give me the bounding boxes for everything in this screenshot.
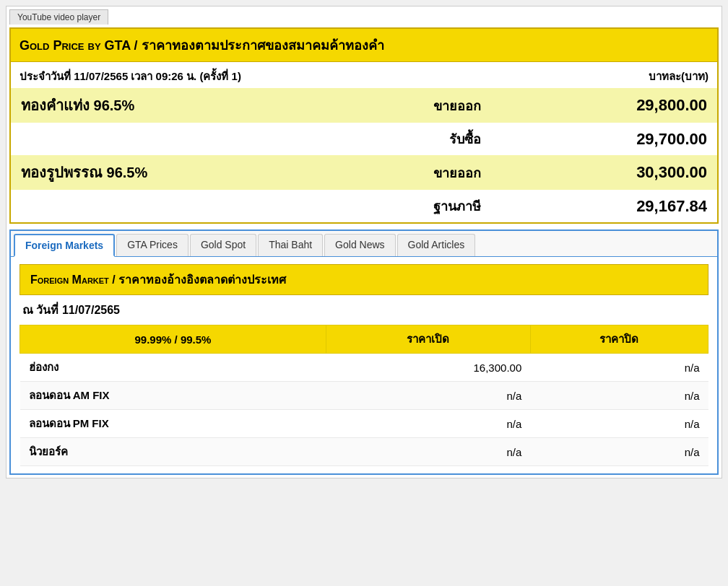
gold-price-table: ทองคำแท่ง 96.5%ขายออก29,800.00รับซื้อ29,…	[11, 88, 717, 222]
market-name-cell: ฮ่องกง	[20, 354, 326, 382]
gold-price-cell: 29,800.00	[491, 88, 717, 123]
gold-price-cell: 30,300.00	[491, 155, 717, 190]
tab-thai-baht[interactable]: Thai Baht	[258, 234, 323, 256]
gold-action-cell: ขายออก	[280, 155, 491, 190]
market-name-cell: ลอนดอน AM FIX	[20, 382, 326, 410]
foreign-market-header: Foreign Market / ราคาทองอ้างอิงตลาดต่างป…	[20, 264, 708, 295]
foreign-market-row: ลอนดอน PM FIXn/an/a	[20, 410, 708, 438]
tab-gold-articles[interactable]: Gold Articles	[397, 234, 476, 256]
gold-type-cell	[11, 123, 280, 155]
foreign-market-table: 99.99% / 99.5%ราคาเปิดราคาปิด ฮ่องกง16,3…	[20, 325, 708, 466]
market-close-cell: n/a	[530, 438, 708, 466]
foreign-market-content: Foreign Market / ราคาทองอ้างอิงตลาดต่างป…	[11, 257, 717, 473]
gold-type-cell: ทองคำแท่ง 96.5%	[11, 88, 280, 123]
market-close-cell: n/a	[530, 382, 708, 410]
tab-gta-prices[interactable]: GTA Prices	[116, 234, 188, 256]
gold-action-cell: รับซื้อ	[280, 123, 491, 155]
gold-price-row: ทองรูปพรรณ 96.5%ขายออก30,300.00	[11, 155, 717, 190]
youtube-label: YouTube video player	[9, 9, 108, 25]
market-open-cell: n/a	[326, 382, 530, 410]
gold-action-cell: ฐานภาษี	[280, 190, 491, 222]
foreign-table-header-1: ราคาเปิด	[326, 325, 530, 354]
market-close-cell: n/a	[530, 410, 708, 438]
foreign-table-header-2: ราคาปิด	[530, 325, 708, 354]
tab-gold-news[interactable]: Gold News	[324, 234, 395, 256]
gold-price-cell: 29,700.00	[491, 123, 717, 155]
tab-gold-spot[interactable]: Gold Spot	[190, 234, 256, 256]
gold-price-date-row: ประจำวันที่ 11/07/2565 เวลา 09:26 น. (คร…	[11, 62, 717, 88]
tab-foreign-markets[interactable]: Foreign Markets	[14, 234, 115, 257]
market-name-cell: นิวยอร์ค	[20, 438, 326, 466]
foreign-market-row: นิวยอร์คn/an/a	[20, 438, 708, 466]
tabs-bar: Foreign MarketsGTA PricesGold SpotThai B…	[11, 231, 717, 257]
gold-price-date: ประจำวันที่ 11/07/2565 เวลา 09:26 น. (คร…	[20, 68, 241, 85]
gold-price-unit: บาทละ(บาท)	[649, 68, 708, 85]
foreign-market-row: ลอนดอน AM FIXn/an/a	[20, 382, 708, 410]
market-name-cell: ลอนดอน PM FIX	[20, 410, 326, 438]
market-close-cell: n/a	[530, 354, 708, 382]
market-open-cell: n/a	[326, 438, 530, 466]
gold-type-cell	[11, 190, 280, 222]
gold-price-row: ฐานภาษี29,167.84	[11, 190, 717, 222]
tabs-section: Foreign MarketsGTA PricesGold SpotThai B…	[9, 229, 719, 475]
foreign-market-row: ฮ่องกง16,300.00n/a	[20, 354, 708, 382]
gold-price-cell: 29,167.84	[491, 190, 717, 222]
gold-type-cell: ทองรูปพรรณ 96.5%	[11, 155, 280, 190]
foreign-market-date: ณ วันที่ 11/07/2565	[20, 301, 708, 319]
gold-price-header: Gold Price by GTA / ราคาทองตามประกาศของส…	[11, 29, 717, 62]
foreign-table-header-0: 99.99% / 99.5%	[20, 325, 326, 354]
market-open-cell: n/a	[326, 410, 530, 438]
market-open-cell: 16,300.00	[326, 354, 530, 382]
gold-price-row: รับซื้อ29,700.00	[11, 123, 717, 155]
gold-action-cell: ขายออก	[280, 88, 491, 123]
gold-price-row: ทองคำแท่ง 96.5%ขายออก29,800.00	[11, 88, 717, 123]
gold-price-section: Gold Price by GTA / ราคาทองตามประกาศของส…	[9, 27, 719, 224]
